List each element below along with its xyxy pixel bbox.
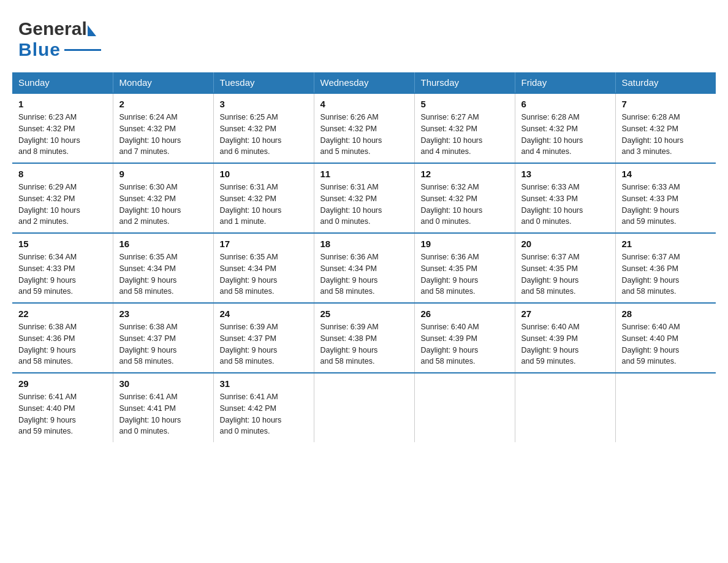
- day-number: 13: [521, 169, 609, 179]
- day-info: Sunrise: 6:35 AMSunset: 4:34 PMDaylight:…: [220, 253, 278, 296]
- calendar-cell: 31 Sunrise: 6:41 AMSunset: 4:42 PMDaylig…: [213, 373, 314, 442]
- calendar-cell: 3 Sunrise: 6:25 AMSunset: 4:32 PMDayligh…: [213, 93, 314, 163]
- day-info: Sunrise: 6:35 AMSunset: 4:34 PMDaylight:…: [119, 253, 178, 296]
- day-info: Sunrise: 6:30 AMSunset: 4:32 PMDaylight:…: [119, 183, 181, 226]
- calendar-cell: 30 Sunrise: 6:41 AMSunset: 4:41 PMDaylig…: [113, 373, 213, 442]
- logo-wordmark: General: [18, 18, 96, 39]
- calendar-cell: 11 Sunrise: 6:31 AMSunset: 4:32 PMDaylig…: [314, 163, 414, 233]
- day-info: Sunrise: 6:33 AMSunset: 4:33 PMDaylight:…: [521, 183, 583, 226]
- day-info: Sunrise: 6:27 AMSunset: 4:32 PMDaylight:…: [421, 113, 483, 156]
- day-number: 6: [521, 99, 609, 109]
- logo: General Blue: [18, 18, 101, 60]
- day-info: Sunrise: 6:39 AMSunset: 4:38 PMDaylight:…: [320, 323, 379, 366]
- day-info: Sunrise: 6:34 AMSunset: 4:33 PMDaylight:…: [18, 253, 77, 296]
- day-number: 16: [119, 239, 207, 249]
- calendar-cell: [515, 373, 615, 442]
- calendar-cell: 12 Sunrise: 6:32 AMSunset: 4:32 PMDaylig…: [414, 163, 515, 233]
- calendar-cell: 2 Sunrise: 6:24 AMSunset: 4:32 PMDayligh…: [113, 93, 213, 163]
- day-number: 14: [622, 169, 710, 179]
- day-number: 20: [521, 239, 609, 249]
- day-info: Sunrise: 6:33 AMSunset: 4:33 PMDaylight:…: [622, 183, 680, 226]
- day-number: 24: [220, 308, 308, 319]
- day-number: 25: [320, 308, 408, 319]
- calendar-cell: 6 Sunrise: 6:28 AMSunset: 4:32 PMDayligh…: [515, 93, 615, 163]
- day-number: 21: [622, 239, 710, 249]
- day-number: 30: [119, 378, 207, 389]
- day-number: 9: [119, 169, 207, 179]
- column-header-tuesday: Tuesday: [213, 72, 314, 93]
- day-info: Sunrise: 6:39 AMSunset: 4:37 PMDaylight:…: [220, 323, 278, 366]
- day-number: 19: [421, 239, 509, 249]
- day-info: Sunrise: 6:41 AMSunset: 4:42 PMDaylight:…: [220, 393, 282, 435]
- day-info: Sunrise: 6:37 AMSunset: 4:36 PMDaylight:…: [622, 253, 680, 296]
- day-info: Sunrise: 6:38 AMSunset: 4:37 PMDaylight:…: [119, 323, 178, 366]
- calendar-table: SundayMondayTuesdayWednesdayThursdayFrid…: [12, 72, 716, 442]
- day-info: Sunrise: 6:28 AMSunset: 4:32 PMDaylight:…: [622, 113, 684, 156]
- day-info: Sunrise: 6:29 AMSunset: 4:32 PMDaylight:…: [18, 183, 80, 226]
- calendar-cell: 16 Sunrise: 6:35 AMSunset: 4:34 PMDaylig…: [113, 233, 213, 303]
- day-info: Sunrise: 6:28 AMSunset: 4:32 PMDaylight:…: [521, 113, 583, 156]
- day-number: 7: [622, 99, 710, 109]
- calendar-cell: 19 Sunrise: 6:36 AMSunset: 4:35 PMDaylig…: [414, 233, 515, 303]
- day-info: Sunrise: 6:24 AMSunset: 4:32 PMDaylight:…: [119, 113, 181, 156]
- column-header-monday: Monday: [113, 72, 213, 93]
- calendar-cell: 13 Sunrise: 6:33 AMSunset: 4:33 PMDaylig…: [515, 163, 615, 233]
- calendar-cell: 23 Sunrise: 6:38 AMSunset: 4:37 PMDaylig…: [113, 303, 213, 373]
- day-number: 4: [320, 99, 408, 109]
- calendar-cell: 5 Sunrise: 6:27 AMSunset: 4:32 PMDayligh…: [414, 93, 515, 163]
- day-number: 26: [421, 308, 509, 319]
- day-number: 11: [320, 169, 408, 179]
- calendar-cell: 7 Sunrise: 6:28 AMSunset: 4:32 PMDayligh…: [615, 93, 716, 163]
- calendar-cell: 27 Sunrise: 6:40 AMSunset: 4:39 PMDaylig…: [515, 303, 615, 373]
- calendar-cell: 9 Sunrise: 6:30 AMSunset: 4:32 PMDayligh…: [113, 163, 213, 233]
- calendar-cell: 25 Sunrise: 6:39 AMSunset: 4:38 PMDaylig…: [314, 303, 414, 373]
- day-number: 10: [220, 169, 308, 179]
- logo-blue-line: Blue: [18, 39, 101, 60]
- day-info: Sunrise: 6:37 AMSunset: 4:35 PMDaylight:…: [521, 253, 580, 296]
- day-info: Sunrise: 6:26 AMSunset: 4:32 PMDaylight:…: [320, 113, 382, 156]
- column-header-wednesday: Wednesday: [314, 72, 414, 93]
- day-info: Sunrise: 6:40 AMSunset: 4:39 PMDaylight:…: [521, 323, 580, 366]
- calendar-week-row: 8 Sunrise: 6:29 AMSunset: 4:32 PMDayligh…: [12, 163, 716, 233]
- day-number: 27: [521, 308, 609, 319]
- day-info: Sunrise: 6:31 AMSunset: 4:32 PMDaylight:…: [220, 183, 282, 226]
- calendar-cell: 24 Sunrise: 6:39 AMSunset: 4:37 PMDaylig…: [213, 303, 314, 373]
- calendar-cell: [615, 373, 716, 442]
- calendar-cell: 1 Sunrise: 6:23 AMSunset: 4:32 PMDayligh…: [12, 93, 113, 163]
- calendar-cell: 29 Sunrise: 6:41 AMSunset: 4:40 PMDaylig…: [12, 373, 113, 442]
- calendar-cell: 21 Sunrise: 6:37 AMSunset: 4:36 PMDaylig…: [615, 233, 716, 303]
- calendar-week-row: 15 Sunrise: 6:34 AMSunset: 4:33 PMDaylig…: [12, 233, 716, 303]
- day-number: 12: [421, 169, 509, 179]
- day-number: 5: [421, 99, 509, 109]
- day-info: Sunrise: 6:31 AMSunset: 4:32 PMDaylight:…: [320, 183, 382, 226]
- calendar-cell: 22 Sunrise: 6:38 AMSunset: 4:36 PMDaylig…: [12, 303, 113, 373]
- day-number: 2: [119, 99, 207, 109]
- day-number: 3: [220, 99, 308, 109]
- calendar-cell: 15 Sunrise: 6:34 AMSunset: 4:33 PMDaylig…: [12, 233, 113, 303]
- calendar-cell: 26 Sunrise: 6:40 AMSunset: 4:39 PMDaylig…: [414, 303, 515, 373]
- calendar-cell: 20 Sunrise: 6:37 AMSunset: 4:35 PMDaylig…: [515, 233, 615, 303]
- day-number: 29: [18, 378, 107, 389]
- calendar-week-row: 22 Sunrise: 6:38 AMSunset: 4:36 PMDaylig…: [12, 303, 716, 373]
- calendar-cell: 10 Sunrise: 6:31 AMSunset: 4:32 PMDaylig…: [213, 163, 314, 233]
- day-number: 22: [18, 308, 107, 319]
- page-header: General Blue: [12, 12, 716, 60]
- calendar-cell: 18 Sunrise: 6:36 AMSunset: 4:34 PMDaylig…: [314, 233, 414, 303]
- day-info: Sunrise: 6:36 AMSunset: 4:35 PMDaylight:…: [421, 253, 479, 296]
- day-info: Sunrise: 6:32 AMSunset: 4:32 PMDaylight:…: [421, 183, 483, 226]
- day-info: Sunrise: 6:40 AMSunset: 4:39 PMDaylight:…: [421, 323, 479, 366]
- day-info: Sunrise: 6:25 AMSunset: 4:32 PMDaylight:…: [220, 113, 282, 156]
- column-header-thursday: Thursday: [414, 72, 515, 93]
- day-number: 28: [622, 308, 710, 319]
- day-number: 31: [220, 378, 308, 389]
- column-header-sunday: Sunday: [12, 72, 113, 93]
- day-info: Sunrise: 6:40 AMSunset: 4:40 PMDaylight:…: [622, 323, 680, 366]
- calendar-header-row: SundayMondayTuesdayWednesdayThursdayFrid…: [12, 72, 716, 93]
- day-number: 23: [119, 308, 207, 319]
- day-number: 8: [18, 169, 107, 179]
- day-number: 15: [18, 239, 107, 249]
- column-header-saturday: Saturday: [615, 72, 716, 93]
- day-number: 1: [18, 99, 107, 109]
- calendar-cell: 4 Sunrise: 6:26 AMSunset: 4:32 PMDayligh…: [314, 93, 414, 163]
- day-info: Sunrise: 6:36 AMSunset: 4:34 PMDaylight:…: [320, 253, 379, 296]
